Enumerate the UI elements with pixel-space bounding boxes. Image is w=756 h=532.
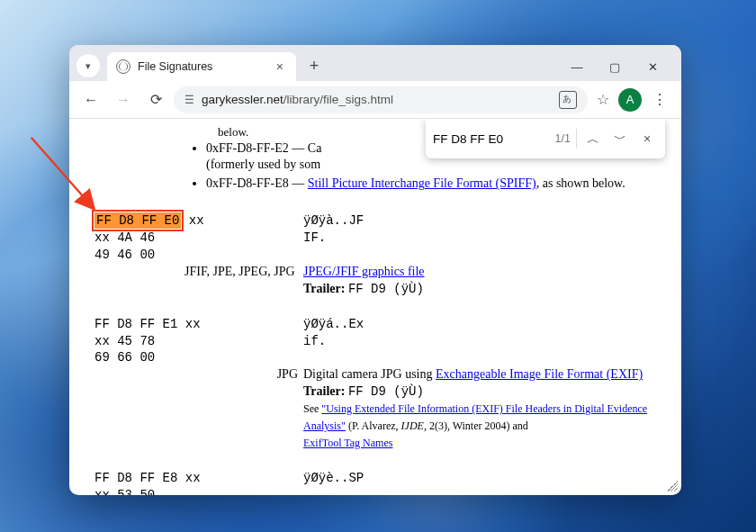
minimize-button[interactable]: — [559, 54, 595, 79]
browser-window: ▾ File Signatures × + — ▢ ✕ ← → ⟳ ☰ gary… [69, 45, 681, 495]
page-content: 1/1 ︿ ﹀ × below. 0xFF-D8-FF-E2 — Ca (for… [69, 119, 681, 495]
find-next-button[interactable]: ﹀ [609, 131, 631, 148]
description: ÿØÿà..JF IF. [303, 212, 665, 247]
resize-grip-icon[interactable] [667, 481, 678, 491]
hex-signature: FF D8 FF E0 xx xx 4A 46 49 46 00 [94, 212, 215, 264]
extensions: JPG [215, 366, 303, 383]
tab-search-button[interactable]: ▾ [76, 54, 100, 77]
list-item: 0xFF-D8-FF-E8 — Still Picture Interchang… [206, 176, 665, 193]
maximize-button[interactable]: ▢ [597, 54, 633, 79]
address-bar[interactable]: ☰ garykessler.net/library/file_sigs.html [174, 86, 588, 113]
toolbar: ← → ⟳ ☰ garykessler.net/library/file_sig… [69, 81, 681, 119]
exif-link[interactable]: Exchangeable Image File Format (EXIF) [436, 367, 643, 381]
site-info-icon[interactable]: ☰ [184, 94, 194, 106]
find-in-page-bar: 1/1 ︿ ﹀ × [426, 119, 665, 158]
window-controls: — ▢ ✕ [559, 50, 674, 79]
find-prev-button[interactable]: ︿ [582, 131, 604, 148]
forward-button[interactable]: → [109, 86, 138, 114]
tab-strip: ▾ File Signatures × + — ▢ ✕ [69, 45, 681, 81]
bookmark-star-icon[interactable]: ☆ [591, 91, 615, 108]
close-window-button[interactable]: ✕ [634, 54, 670, 79]
signature-row: FF D8 FF E1 xx xx 45 78 69 66 00 ÿØÿá..E… [94, 316, 665, 367]
search-highlight: FF D8 FF E0 [94, 212, 181, 229]
browser-tab[interactable]: File Signatures × [107, 52, 296, 81]
reload-button[interactable]: ⟳ [141, 86, 170, 114]
translate-icon[interactable] [559, 91, 577, 109]
separator [576, 129, 577, 149]
trailer-label: Trailer: [303, 282, 345, 295]
new-tab-button[interactable]: + [302, 53, 327, 78]
spiff-link[interactable]: Still Picture Interchange File Format (S… [308, 176, 536, 190]
globe-icon [116, 59, 130, 74]
signature-row: FF D8 FF E8 xx xx 53 50 ÿØÿè..SP [94, 470, 665, 495]
kebab-menu-button[interactable]: ⋮ [645, 91, 674, 108]
avatar[interactable]: A [618, 88, 642, 112]
find-input[interactable] [433, 132, 532, 146]
extensions: JFIF, JPE, JPEG, JPG [184, 264, 303, 281]
exiftool-link[interactable]: ExifTool Tag Names [303, 437, 392, 449]
back-button[interactable]: ← [76, 86, 105, 114]
signature-row: FF D8 FF E0 xx xx 4A 46 49 46 00 ÿØÿà..J… [94, 212, 665, 264]
url-text: garykessler.net/library/file_sigs.html [202, 93, 393, 106]
hex-signature: FF D8 FF E8 xx xx 53 50 [94, 470, 215, 495]
trailer-value: FF D9 (ÿÙ) [348, 282, 424, 296]
trailer-value: FF D9 (ÿÙ) [348, 384, 424, 399]
find-close-button[interactable]: × [636, 131, 658, 148]
tab-title: File Signatures [138, 60, 212, 73]
hex-signature: FF D8 FF E1 xx xx 45 78 69 66 00 [94, 316, 215, 367]
trailer-label: Trailer: [303, 384, 345, 398]
find-count: 1/1 [555, 131, 571, 147]
jpeg-jfif-link[interactable]: JPEG/JFIF graphics file [303, 265, 425, 278]
tab-close-button[interactable]: × [273, 58, 287, 76]
